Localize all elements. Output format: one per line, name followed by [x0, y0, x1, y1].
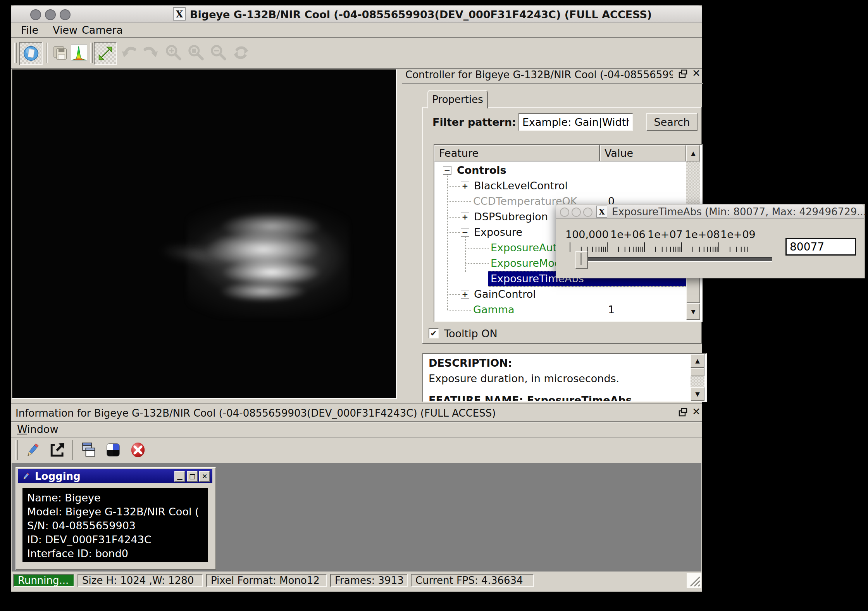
- expand-icon[interactable]: +: [461, 290, 469, 299]
- zoom-original-icon: [187, 43, 205, 62]
- zoom-out-icon: [209, 43, 228, 62]
- log-line: S/N: 04-0855659903: [27, 519, 208, 533]
- log-line: Interface ID: bond0: [27, 547, 208, 561]
- minimize-icon[interactable]: ▁: [174, 471, 185, 482]
- column-header-value[interactable]: Value: [600, 145, 686, 161]
- status-size: Size H: 1024 ,W: 1280: [78, 574, 203, 587]
- logging-titlebar[interactable]: Logging ▁ □ ✕: [18, 469, 212, 483]
- maximize-icon[interactable]: □: [187, 471, 198, 482]
- maximize-traffic-icon[interactable]: [60, 9, 71, 20]
- window-title: Bigeye G-132B/NIR Cool (-04-0855659903(D…: [190, 9, 652, 21]
- fit-to-window-button[interactable]: [94, 42, 117, 65]
- expand-icon[interactable]: +: [461, 182, 469, 190]
- menu-view[interactable]: View: [53, 24, 78, 36]
- description-scroll-down-icon[interactable]: ▼: [691, 387, 704, 401]
- image-view[interactable]: [12, 69, 397, 399]
- save-icon: [51, 43, 70, 62]
- status-running: Running...: [13, 574, 74, 587]
- description-scrollbar-thumb[interactable]: [691, 368, 704, 376]
- menu-camera[interactable]: Camera: [82, 24, 123, 36]
- tooltip-checkbox-label: Tooltip ON: [444, 328, 498, 340]
- float-dock-icon[interactable]: [678, 69, 688, 79]
- tree-row[interactable]: + GainControl: [434, 287, 682, 302]
- toolbar-separator: [46, 43, 47, 63]
- edit-log-button[interactable]: [22, 439, 43, 461]
- collapse-icon[interactable]: −: [461, 228, 469, 237]
- exposure-slider-groove[interactable]: [578, 257, 772, 262]
- tree-item-label: ExposureAuto: [491, 242, 563, 254]
- zoom-in-button[interactable]: [163, 42, 184, 64]
- open-window-button[interactable]: [46, 439, 68, 461]
- tooltip-checkbox-row[interactable]: ✔ Tooltip ON: [429, 327, 584, 340]
- minimize-traffic-icon[interactable]: [572, 208, 581, 217]
- tree-row[interactable]: Gamma 1: [434, 302, 682, 318]
- toolbar-handle-2[interactable]: [90, 43, 93, 63]
- pencil-icon: [21, 471, 31, 481]
- description-scroll-up-icon[interactable]: ▲: [691, 354, 704, 368]
- tree-scroll-up-icon[interactable]: ▲: [686, 145, 700, 161]
- checkbox-checked-icon[interactable]: ✔: [429, 328, 439, 338]
- tree-item-label: Exposure: [474, 226, 522, 238]
- resize-grip[interactable]: [687, 573, 701, 588]
- main-toolbar: [11, 38, 702, 69]
- log-line: ID: DEV_000F31F4243C: [27, 533, 208, 547]
- tree-stub: [448, 232, 460, 233]
- status-frames: Frames: 3913: [330, 574, 408, 587]
- zoom-original-button[interactable]: [185, 42, 207, 64]
- controller-dock-titlebar: Controller for Bigeye G-132B/NIR Cool (-…: [402, 67, 703, 84]
- refresh-icon: [232, 43, 250, 62]
- close-traffic-icon[interactable]: [30, 9, 41, 20]
- tree-row[interactable]: − Controls: [434, 163, 682, 178]
- expand-icon[interactable]: +: [461, 213, 469, 221]
- exposure-value-input[interactable]: [785, 238, 856, 256]
- zoom-out-button[interactable]: [208, 42, 229, 64]
- refresh-button[interactable]: [230, 42, 252, 64]
- tree-item-label: DSPSubregion: [474, 211, 548, 223]
- camera-image-blob: [187, 191, 350, 318]
- exposure-slider-handle[interactable]: [575, 251, 588, 269]
- tree-stub: [465, 248, 489, 249]
- tree-item-label: Controls: [457, 164, 506, 176]
- tree-row[interactable]: + BlackLevelControl: [434, 178, 682, 194]
- x11-icon: X: [596, 206, 607, 218]
- collapse-icon[interactable]: −: [443, 166, 451, 175]
- undo-arrow-icon: [119, 43, 138, 62]
- scale-label: 1e+07: [648, 228, 683, 240]
- minimize-traffic-icon[interactable]: [45, 9, 56, 20]
- tree-stub: [448, 217, 460, 218]
- toolbar-handle[interactable]: [14, 43, 17, 63]
- filter-pattern-input[interactable]: [518, 113, 633, 131]
- close-all-button[interactable]: [127, 439, 149, 461]
- toolbar-handle[interactable]: [15, 440, 18, 460]
- redo-button[interactable]: [140, 42, 162, 64]
- menu-file[interactable]: File: [21, 24, 38, 36]
- histogram-button[interactable]: [68, 42, 90, 64]
- scale-label: 1e+09: [720, 228, 756, 240]
- tree-stub: [448, 294, 460, 295]
- close-dock-icon[interactable]: ✕: [692, 67, 701, 79]
- exposure-time-dialog[interactable]: X ExposureTimeAbs (Min: 80077, Max: 4294…: [556, 204, 865, 278]
- dialog-titlebar: X ExposureTimeAbs (Min: 80077, Max: 4294…: [556, 204, 864, 219]
- cascade-windows-button[interactable]: [78, 439, 99, 461]
- logging-window[interactable]: Logging ▁ □ ✕ Name: Bigeye Model: Bigeye…: [16, 467, 216, 570]
- undo-button[interactable]: [118, 42, 140, 64]
- open-in-window-icon: [48, 441, 66, 459]
- maximize-traffic-icon[interactable]: [583, 208, 592, 217]
- tree-item-label: GainControl: [474, 288, 536, 300]
- description-clipped-text: FEATURE NAME: ExposureTimeAbs: [429, 394, 632, 402]
- description-panel: DESCRIPTION: Exposure duration, in micro…: [422, 353, 707, 402]
- search-button[interactable]: Search: [646, 113, 698, 131]
- tile-windows-button[interactable]: [102, 439, 124, 461]
- menu-window[interactable]: Window: [17, 423, 58, 435]
- close-traffic-icon[interactable]: [560, 208, 569, 217]
- float-dock-icon[interactable]: [678, 407, 688, 417]
- tile-windows-icon: [104, 441, 122, 459]
- tree-scroll-down-icon[interactable]: ▼: [686, 303, 700, 320]
- tree-item-label: BlackLevelControl: [474, 180, 568, 192]
- close-dock-icon[interactable]: ✕: [692, 406, 701, 417]
- freerun-camera-button[interactable]: [19, 42, 43, 65]
- scale-label: 1e+08: [685, 228, 720, 240]
- column-header-feature[interactable]: Feature: [434, 145, 600, 161]
- close-icon[interactable]: ✕: [199, 471, 210, 482]
- tab-properties[interactable]: Properties: [427, 90, 488, 108]
